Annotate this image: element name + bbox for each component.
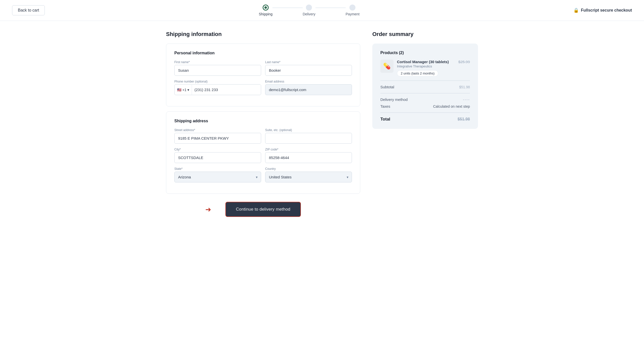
first-name-input[interactable] xyxy=(174,65,261,76)
street-row: Street address* Suite, etc. (optional) xyxy=(174,128,352,144)
street-input[interactable] xyxy=(174,133,261,144)
step-connector-2 xyxy=(315,8,346,8)
phone-group: Phone number (optional) 🇺🇸 +1 ▾ xyxy=(174,80,261,95)
taxes-value: Calculated on next step xyxy=(433,104,470,108)
state-select-wrapper: Arizona ▾ xyxy=(174,172,261,182)
first-name-label: First name* xyxy=(174,60,261,64)
street-label: Street address* xyxy=(174,128,261,132)
divider-2 xyxy=(380,93,470,93)
personal-info-card-title: Personal information xyxy=(174,51,352,55)
last-name-group: Last name* xyxy=(265,60,352,76)
phone-field[interactable]: 🇺🇸 +1 ▾ xyxy=(174,84,261,95)
country-group: Country United States ▾ xyxy=(265,167,352,182)
email-input[interactable] xyxy=(265,84,352,95)
email-group: Email address xyxy=(265,80,352,95)
state-label: State* xyxy=(174,167,261,171)
taxes-label: Taxes xyxy=(380,104,390,108)
phone-prefix[interactable]: 🇺🇸 +1 ▾ xyxy=(175,85,192,95)
step-delivery-label: Delivery xyxy=(303,12,315,16)
order-summary-card: Products (2) 💊 Cortisol Manager (30 tabl… xyxy=(372,44,478,129)
personal-info-card: Personal information First name* Last na… xyxy=(166,44,360,106)
product-brand: Integrative Therapeutics xyxy=(397,64,455,68)
last-name-input[interactable] xyxy=(265,65,352,76)
zip-group: ZIP code* xyxy=(265,148,352,163)
step-delivery-circle xyxy=(306,5,312,11)
product-item: 💊 Cortisol Manager (30 tablets) Integrat… xyxy=(380,60,470,76)
phone-number-input[interactable] xyxy=(192,85,261,95)
chevron-down-icon: ▾ xyxy=(187,88,189,92)
main-content: Shipping information Personal informatio… xyxy=(146,21,498,227)
product-info: Cortisol Manager (30 tablets) Integrativ… xyxy=(397,60,455,76)
secure-checkout-text: Fullscript secure checkout xyxy=(581,8,632,13)
step-payment: Payment xyxy=(346,5,359,16)
city-group: City* xyxy=(174,148,261,163)
city-label: City* xyxy=(174,148,261,151)
step-delivery: Delivery xyxy=(303,5,315,16)
zip-label: ZIP code* xyxy=(265,148,352,151)
shipping-address-card: Shipping address Street address* Suite, … xyxy=(166,111,360,194)
phone-code: +1 xyxy=(182,88,186,92)
subtotal-value: $51.98 xyxy=(459,85,470,89)
shipping-section-title: Shipping information xyxy=(166,31,360,37)
continue-section: ➜ Continue to delivery method xyxy=(166,202,360,217)
total-label: Total xyxy=(380,117,390,122)
suite-input[interactable] xyxy=(265,133,352,144)
order-summary-section: Order summary Products (2) 💊 Cortisol Ma… xyxy=(372,31,478,217)
delivery-value: ---- xyxy=(463,97,470,102)
order-summary-title: Order summary xyxy=(372,31,478,37)
country-select[interactable]: United States xyxy=(265,172,352,182)
suite-label: Suite, etc. (optional) xyxy=(265,128,352,132)
phone-label: Phone number (optional) xyxy=(174,80,261,83)
email-label: Email address xyxy=(265,80,352,83)
country-select-wrapper: United States ▾ xyxy=(265,172,352,182)
product-price: $25.99 xyxy=(458,60,470,64)
flag-icon: 🇺🇸 xyxy=(177,88,181,92)
step-connector-1 xyxy=(272,8,303,8)
step-shipping-circle xyxy=(263,5,269,11)
street-group: Street address* xyxy=(174,128,261,144)
shipping-address-card-title: Shipping address xyxy=(174,119,352,123)
back-to-cart-button[interactable]: Back to cart xyxy=(12,5,45,15)
divider-3 xyxy=(380,112,470,113)
state-select[interactable]: Arizona xyxy=(174,172,261,182)
product-units-badge: 2 units (lasts 2 months) xyxy=(397,70,438,76)
delivery-row: Delivery method ---- xyxy=(380,97,470,102)
delivery-label: Delivery method xyxy=(380,97,408,102)
step-payment-label: Payment xyxy=(346,12,359,16)
last-name-label: Last name* xyxy=(265,60,352,64)
step-shipping: Shipping xyxy=(259,5,273,16)
product-image: 💊 xyxy=(380,60,393,73)
product-icon: 💊 xyxy=(383,63,391,70)
city-zip-row: City* ZIP code* xyxy=(174,148,352,163)
lock-icon: 🔒 xyxy=(573,8,579,13)
name-row: First name* Last name* xyxy=(174,60,352,76)
suite-group: Suite, etc. (optional) xyxy=(265,128,352,144)
first-name-group: First name* xyxy=(174,60,261,76)
secure-checkout-label: 🔒 Fullscript secure checkout xyxy=(573,8,632,13)
total-value: $51.98 xyxy=(458,117,470,122)
city-input[interactable] xyxy=(174,152,261,163)
state-country-row: State* Arizona ▾ Country United States xyxy=(174,167,352,182)
header: Back to cart Shipping Delivery Payment 🔒… xyxy=(0,0,644,21)
arrow-indicator: ➜ xyxy=(205,205,211,214)
products-header: Products (2) xyxy=(380,51,470,55)
divider-1 xyxy=(380,81,470,81)
subtotal-label: Subtotal xyxy=(380,85,394,89)
total-row: Total $51.98 xyxy=(380,117,470,122)
continue-button[interactable]: Continue to delivery method xyxy=(225,202,301,217)
product-name: Cortisol Manager (30 tablets) xyxy=(397,60,455,64)
taxes-row: Taxes Calculated on next step xyxy=(380,104,470,108)
subtotal-row: Subtotal $51.98 xyxy=(380,85,470,89)
checkout-stepper: Shipping Delivery Payment xyxy=(259,5,359,16)
country-label: Country xyxy=(265,167,352,171)
step-shipping-label: Shipping xyxy=(259,12,273,16)
zip-input[interactable] xyxy=(265,152,352,163)
shipping-section: Shipping information Personal informatio… xyxy=(166,31,360,217)
step-payment-circle xyxy=(349,5,355,11)
state-group: State* Arizona ▾ xyxy=(174,167,261,182)
contact-row: Phone number (optional) 🇺🇸 +1 ▾ Email ad… xyxy=(174,80,352,95)
